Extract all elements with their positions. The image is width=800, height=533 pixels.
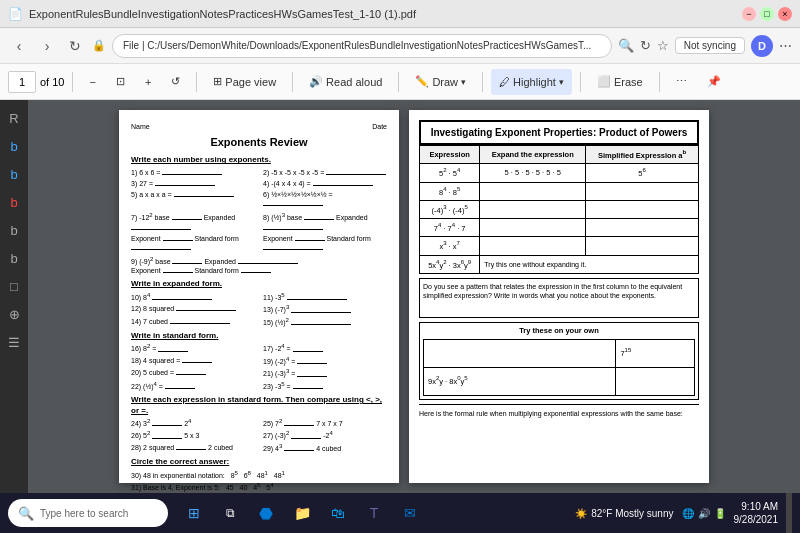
table-row: 84 · 85 [420,182,699,200]
try-own-label: Try these on your own [423,326,695,336]
section-compare: Write each expression in standard form. … [131,395,387,416]
table-row: 52 · 54 5 · 5 · 5 · 5 · 5 · 5 56 [420,164,699,182]
minimize-button[interactable]: − [742,7,756,21]
close-button[interactable]: × [778,7,792,21]
search-icon: 🔍 [618,38,634,53]
pdf-right-page: Investigating Exponent Properties: Produ… [409,110,709,483]
store-icon[interactable]: 🛍 [324,499,352,527]
simplified-cell [586,237,699,255]
simplified-cell [586,182,699,200]
sidebar-icon-4[interactable]: b [4,192,24,212]
try-cell-4 [616,367,695,395]
pdf-icon: 📄 [8,7,23,21]
show-desktop-button[interactable] [786,493,792,533]
pattern-note: Do you see a pattern that relates the ex… [419,278,699,318]
read-aloud-icon: 🔊 [309,75,323,88]
expr-cell: (-4)3 · (-4)5 [420,200,480,218]
window-controls: − □ × [742,7,792,21]
main-content: R b b b b b □ ⊕ ☰ Name Date Exponents Re… [0,100,800,493]
mail-icon[interactable]: ✉ [396,499,424,527]
sidebar-icon-2[interactable]: b [4,136,24,156]
left-sidebar: R b b b b b □ ⊕ ☰ [0,100,28,493]
back-button[interactable]: ‹ [8,35,30,57]
sidebar-icon-7[interactable]: □ [4,276,24,296]
date-label: Date [372,122,387,131]
search-placeholder: Type here to search [40,508,128,519]
refresh-page-icon: ↻ [640,38,651,53]
avatar: D [751,35,773,57]
page-total: of 10 [40,76,64,88]
windows-button[interactable]: ⊞ [180,499,208,527]
page-view-icon: ⊞ [213,75,222,88]
rotate-button[interactable]: ↺ [163,69,188,95]
sidebar-icon-1[interactable]: R [4,108,24,128]
expanded-problems: 10) 84 11) -35 12) 8 squared 13) (-7)3 1… [131,292,387,327]
try-table: 715 9x2y · 8x0y5 [423,339,695,396]
section-exponents: Write each number using exponents. [131,155,387,165]
expr-cell: 74 · 74 · 7 [420,219,480,237]
col-header-expression: Expression [420,146,480,164]
taskbar-search[interactable]: 🔍 Type here to search [8,499,168,527]
taskbar-right: ☀️ 82°F Mostly sunny 🌐 🔊 🔋 9:10 AM 9/28/… [575,493,792,533]
problem-row-3: 5) a x a x a = 6) ½×½×½×½×½×½ = [131,190,387,208]
edge-icon[interactable]: ⬣ [252,499,280,527]
refresh-button[interactable]: ↻ [64,35,86,57]
system-icons: 🌐 🔊 🔋 [682,508,726,519]
clock: 9:10 AM [734,500,779,513]
draw-label: Draw [432,76,458,88]
table-row: (-4)3 · (-4)5 [420,200,699,218]
star-icon: ☆ [657,38,669,53]
teams-icon[interactable]: T [360,499,388,527]
pin-button[interactable]: 📌 [699,69,729,95]
title-bar: 📄 ExponentRulesBundleInvestigationNotesP… [0,0,800,28]
left-page-title: Exponents Review [131,135,387,149]
simplified-cell [586,200,699,218]
zoom-fit-button[interactable]: ⊡ [108,69,133,95]
windows-search-icon: 🔍 [18,506,34,521]
zoom-out-button[interactable]: − [81,69,103,95]
page-view-button[interactable]: ⊞ Page view [205,69,284,95]
draw-button[interactable]: ✏️ Draw ▾ [407,69,474,95]
try-row-1: 715 [424,339,695,367]
problem-row-1: 1) 6 x 6 = 2) -5 x -5 x -5 x -5 = [131,168,387,177]
try-cell-3: 9x2y · 8x0y5 [424,367,616,395]
table-row: 74 · 74 · 7 [420,219,699,237]
address-input[interactable] [112,34,612,58]
separator-4 [398,72,399,92]
menu-icon: ⋯ [779,38,792,53]
forward-button[interactable]: › [36,35,58,57]
erase-button[interactable]: ⬜ Erase [589,69,651,95]
explorer-icon[interactable]: 📁 [288,499,316,527]
standard-problems: 16) 82 = 17) -24 = 18) 4 squared = 19) (… [131,343,387,391]
maximize-button[interactable]: □ [760,7,774,21]
col-header-simplified: Simplified Expression ab [586,146,699,164]
volume-icon[interactable]: 🔊 [698,508,710,519]
sync-button[interactable]: Not syncing [675,37,745,54]
sidebar-icon-5[interactable]: b [4,220,24,240]
network-icon[interactable]: 🌐 [682,508,694,519]
address-bar: ‹ › ↻ 🔒 🔍 ↻ ☆ Not syncing D ⋯ [0,28,800,64]
pdf-toolbar: of 10 − ⊡ + ↺ ⊞ Page view 🔊 Read aloud ✏… [0,64,800,100]
taskview-button[interactable]: ⧉ [216,499,244,527]
right-page-title: Investigating Exponent Properties: Produ… [419,120,699,145]
separator-6 [580,72,581,92]
sidebar-icon-8[interactable]: ⊕ [4,304,24,324]
pdf-area[interactable]: Name Date Exponents Review Write each nu… [28,100,800,493]
try-row-2: 9x2y · 8x0y5 [424,367,695,395]
sidebar-icon-6[interactable]: b [4,248,24,268]
read-aloud-button[interactable]: 🔊 Read aloud [301,69,390,95]
calendar-date: 9/28/2021 [734,513,779,526]
weather-text: 82°F Mostly sunny [591,508,673,519]
highlight-button[interactable]: 🖊 Highlight ▾ [491,69,572,95]
exponent-table: Expression Expand the expression Simplif… [419,145,699,274]
lock-icon: 🔒 [92,39,106,52]
more-tools-button[interactable]: ⋯ [668,69,695,95]
expand-cell [480,182,586,200]
simplified-cell [586,219,699,237]
page-number-input[interactable] [8,71,36,93]
battery-icon[interactable]: 🔋 [714,508,726,519]
sidebar-icon-3[interactable]: b [4,164,24,184]
separator-1 [72,72,73,92]
sidebar-icon-9[interactable]: ☰ [4,332,24,352]
zoom-in-button[interactable]: + [137,69,159,95]
